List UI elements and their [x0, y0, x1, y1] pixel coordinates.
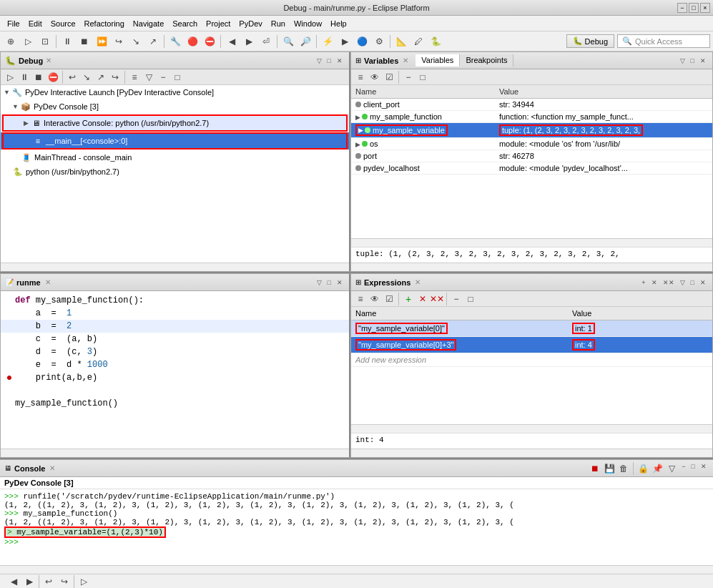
- toolbar-btn-7[interactable]: ↪: [111, 34, 127, 49]
- debug-stepreturn-btn[interactable]: ↗: [94, 71, 107, 84]
- editor-hscroll[interactable]: [1, 449, 349, 457]
- debug-perspective-button[interactable]: 🐛 Debug: [566, 34, 614, 48]
- vars-row-client-port[interactable]: client_port str: 34944: [351, 99, 712, 111]
- toolbar-btn-13[interactable]: ◀: [224, 34, 240, 49]
- vars-min-btn[interactable]: −: [402, 71, 415, 84]
- toolbar-btn-16[interactable]: 🔍: [280, 34, 296, 49]
- debug-panel-close[interactable]: ✕: [335, 57, 345, 65]
- tree-item-main-wrapper[interactable]: ≡ __main__[<console>:0]: [1, 132, 349, 150]
- status-fwd-btn[interactable]: ▶: [21, 574, 37, 589]
- debug-dropto-btn[interactable]: ↪: [109, 71, 122, 84]
- menu-navigate[interactable]: Navigate: [129, 18, 168, 29]
- expr-status-hscroll[interactable]: [351, 449, 712, 457]
- debug-max-btn[interactable]: □: [171, 71, 184, 84]
- window-controls[interactable]: − □ ×: [677, 3, 710, 13]
- toolbar-btn-17[interactable]: 🔎: [298, 34, 313, 49]
- expr-del-btn[interactable]: ✕: [416, 293, 429, 305]
- tree-item-console[interactable]: ▼ 📦 PyDev Console [3]: [1, 99, 349, 114]
- vars-view-btn[interactable]: 👁: [368, 71, 381, 84]
- menu-search[interactable]: Search: [168, 18, 202, 29]
- vars-hscroll[interactable]: [351, 238, 712, 247]
- expr-min-btn[interactable]: −: [450, 293, 463, 305]
- toolbar-btn-12[interactable]: ⛔: [202, 34, 217, 49]
- debug-collapse-btn[interactable]: ≡: [128, 71, 141, 84]
- maximize-button[interactable]: □: [689, 3, 699, 13]
- console-view-menu-btn[interactable]: ▽: [665, 462, 678, 475]
- menu-project[interactable]: Project: [202, 18, 235, 29]
- console-panel-max[interactable]: □: [689, 462, 697, 475]
- debug-suspend-btn[interactable]: ⏸: [18, 71, 31, 84]
- toolbar-btn-22[interactable]: 📐: [393, 34, 409, 49]
- toolbar-btn-6[interactable]: ⏩: [94, 34, 109, 49]
- expr-view-btn[interactable]: 👁: [368, 293, 381, 305]
- expr-add-cell[interactable]: Add new expression: [351, 353, 712, 367]
- menu-refactoring[interactable]: Refactoring: [80, 18, 129, 29]
- console-save-btn[interactable]: 💾: [603, 462, 616, 475]
- debug-resume-btn[interactable]: ▷: [4, 71, 16, 84]
- debug-stop-btn[interactable]: ⏹: [32, 71, 45, 84]
- tree-item-interactive-wrapper[interactable]: ▶ 🖥 Interactive Console: python (/usr/bi…: [1, 114, 349, 132]
- code-editor[interactable]: def my_sample_function(): a = 1 b = 2 c …: [1, 291, 349, 449]
- toolbar-btn-9[interactable]: ↗: [145, 34, 161, 49]
- close-button[interactable]: ×: [700, 3, 710, 13]
- console-panel-min[interactable]: −: [679, 462, 687, 475]
- tab-breakpoints[interactable]: Breakpoints: [460, 54, 513, 67]
- menu-run[interactable]: Run: [267, 18, 290, 29]
- toolbar-btn-3[interactable]: ⊡: [37, 34, 53, 49]
- toolbar-btn-14[interactable]: ▶: [241, 34, 257, 49]
- expr-panel-min[interactable]: ▽: [678, 278, 687, 287]
- status-back-btn[interactable]: ◀: [6, 574, 21, 589]
- tab-variables[interactable]: Variables: [415, 54, 460, 67]
- editor-panel-min[interactable]: ▽: [315, 278, 324, 287]
- console-stop-btn[interactable]: ⏹: [589, 462, 601, 475]
- debug-stepover-btn[interactable]: ↩: [66, 71, 79, 84]
- menu-file[interactable]: File: [3, 18, 24, 29]
- toolbar-btn-19[interactable]: ▶: [337, 34, 353, 49]
- console-panel-close[interactable]: ✕: [699, 462, 709, 475]
- toolbar-btn-18[interactable]: ⚡: [320, 34, 335, 49]
- status-redo-btn[interactable]: ↪: [56, 574, 72, 589]
- vars-status-hscroll[interactable]: [351, 263, 712, 271]
- console-scroll-lock-btn[interactable]: 🔒: [636, 462, 649, 475]
- toolbar-btn-4[interactable]: ⏸: [59, 34, 75, 49]
- toolbar-btn-11[interactable]: 🔴: [185, 34, 200, 49]
- console-clear-btn[interactable]: 🗑: [617, 462, 630, 475]
- vars-panel-min[interactable]: ▽: [678, 57, 687, 65]
- vars-row-port[interactable]: port str: 46278: [351, 150, 712, 162]
- debug-hscroll[interactable]: [1, 263, 349, 271]
- debug-stepinto-btn[interactable]: ↘: [80, 71, 93, 84]
- debug-min-btn[interactable]: −: [157, 71, 169, 84]
- console-pin-btn[interactable]: 📌: [651, 462, 664, 475]
- menu-source[interactable]: Source: [46, 18, 80, 29]
- status-undo-btn[interactable]: ↩: [41, 574, 56, 589]
- expr-collapse-btn[interactable]: ≡: [354, 293, 367, 305]
- expr-row-0[interactable]: "my_sample_variable[0]" int: 1: [351, 320, 712, 337]
- toolbar-btn-20[interactable]: 🔵: [354, 34, 370, 49]
- vars-select-btn[interactable]: ☑: [383, 71, 395, 84]
- menu-help[interactable]: Help: [326, 18, 351, 29]
- minimize-button[interactable]: −: [677, 3, 687, 13]
- vars-max-btn[interactable]: □: [416, 71, 429, 84]
- expr-remove-btn[interactable]: ✕: [649, 278, 659, 287]
- editor-panel-max[interactable]: □: [325, 278, 333, 287]
- menu-window[interactable]: Window: [290, 18, 326, 29]
- toolbar-btn-8[interactable]: ↘: [128, 34, 144, 49]
- tree-item-launch[interactable]: ▼ 🔧 PyDev Interactive Launch [PyDev Inte…: [1, 85, 349, 99]
- editor-panel-close[interactable]: ✕: [335, 278, 345, 287]
- expr-add-row[interactable]: Add new expression: [351, 353, 712, 367]
- toolbar-btn-2[interactable]: ▷: [20, 34, 36, 49]
- expr-select-btn[interactable]: ☑: [383, 293, 395, 305]
- vars-panel-close[interactable]: ✕: [698, 57, 708, 65]
- expr-removeall-btn[interactable]: ✕✕: [661, 278, 677, 287]
- tree-item-mainthread[interactable]: 🧵 MainThread - console_main: [1, 150, 349, 165]
- menu-pydev[interactable]: PyDev: [235, 18, 266, 29]
- debug-disconnect-btn[interactable]: ⛔: [46, 71, 59, 84]
- tree-item-python[interactable]: 🐍 python (/usr/bin/python2.7): [1, 165, 349, 179]
- vars-collapse-btn[interactable]: ≡: [354, 71, 367, 84]
- expr-add-expr-btn[interactable]: +: [402, 293, 415, 305]
- expr-panel-close[interactable]: ✕: [698, 278, 708, 287]
- expr-add-btn[interactable]: +: [639, 278, 647, 287]
- console-hscroll[interactable]: [0, 565, 713, 574]
- expr-hscroll[interactable]: [351, 424, 712, 433]
- menu-edit[interactable]: Edit: [24, 18, 46, 29]
